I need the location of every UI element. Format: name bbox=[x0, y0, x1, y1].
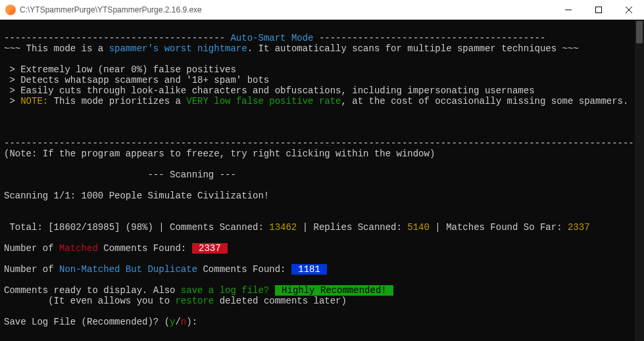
svg-rect-0 bbox=[596, 7, 602, 12]
scanning-header: --- Scanning --- bbox=[4, 170, 236, 180]
window-controls bbox=[553, 0, 644, 19]
ready-line: Comments ready to display. Also save a l… bbox=[4, 285, 393, 296]
matched-count-badge: 2337 bbox=[192, 243, 228, 254]
window-title: C:\YTSpammerPurge\YTSpammerPurge.2.16.9.… bbox=[20, 5, 553, 14]
terminal-area[interactable]: ----------------------------------------… bbox=[0, 20, 644, 341]
scrollbar-thumb[interactable] bbox=[636, 21, 643, 43]
stats-line: Total: [18602/18985] (98%) | Comments Sc… bbox=[4, 222, 590, 233]
cursor bbox=[197, 317, 203, 327]
freeze-note: (Note: If the program appears to freeze,… bbox=[4, 148, 435, 159]
scanning-target: Scanning 1/1: 1000 People Simulate Civil… bbox=[4, 191, 269, 201]
maximize-button[interactable] bbox=[583, 0, 614, 19]
terminal-content: ----------------------------------------… bbox=[0, 20, 644, 330]
bullet-line: > Extremely low (near 0%) false positive… bbox=[4, 64, 236, 75]
matched-line: Number of Matched Comments Found: 2337 bbox=[4, 243, 228, 254]
text-line: ~~~ This mode is a spammer's worst night… bbox=[4, 43, 579, 54]
prompt-line[interactable]: Save Log File (Recommended)? (y/n): bbox=[4, 317, 203, 327]
bullet-line: > Detects whatsapp scammers and '18+ spa… bbox=[4, 75, 269, 85]
bullet-line: > NOTE: This mode prioritizes a VERY low… bbox=[4, 96, 628, 106]
window-titlebar: C:\YTSpammerPurge\YTSpammerPurge.2.16.9.… bbox=[0, 0, 644, 20]
recommended-badge: Highly Recommended! bbox=[275, 285, 393, 296]
close-button[interactable] bbox=[614, 0, 644, 19]
bullet-line: > Easily cuts through look-alike charact… bbox=[4, 85, 535, 96]
divider-line: ----------------------------------------… bbox=[4, 138, 644, 148]
app-icon bbox=[5, 5, 16, 15]
scrollbar[interactable] bbox=[635, 20, 644, 341]
minimize-button[interactable] bbox=[553, 0, 583, 19]
text-line: ----------------------------------------… bbox=[4, 33, 545, 43]
duplicate-count-badge: 1181 bbox=[291, 264, 327, 275]
restore-line: (It even allows you to restore deleted c… bbox=[4, 296, 347, 306]
nonmatched-line: Number of Non-Matched But Duplicate Comm… bbox=[4, 264, 327, 275]
